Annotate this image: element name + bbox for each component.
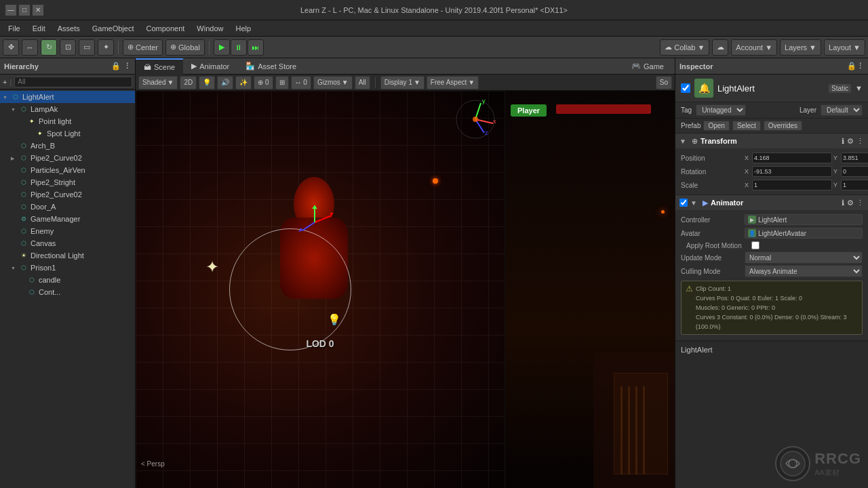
h-label-lightalert: LightAlert	[22, 93, 54, 101]
animator-settings-icon[interactable]: ⚙	[847, 199, 854, 207]
prefab-select-btn[interactable]: Select	[732, 121, 761, 131]
static-arrow[interactable]: ▼	[855, 84, 863, 92]
space-dropdown[interactable]: ⊕ Global	[165, 39, 205, 56]
2d-btn[interactable]: 2D	[180, 76, 197, 89]
menu-help[interactable]: Help	[230, 23, 256, 34]
object-name[interactable]: LightAlert	[717, 83, 825, 94]
scene-view[interactable]: ✦ 💡 LOD 0 < Persp	[136, 91, 505, 488]
h-item-particles[interactable]: ⬡ Particles_AirVen	[0, 164, 135, 176]
h-item-pipe2curve02a[interactable]: ⬡ Pipe2_Curve02	[0, 152, 135, 164]
transform-settings-icon[interactable]: ⚙	[847, 137, 854, 146]
layers-dropdown[interactable]: Layers ▼	[780, 39, 821, 56]
aspect-dropdown[interactable]: Free Aspect ▼	[427, 76, 479, 89]
rect-tool[interactable]: ▭	[79, 39, 95, 56]
hierarchy-menu-icon[interactable]: ⋮	[123, 62, 131, 70]
animator-active-toggle[interactable]	[679, 199, 688, 207]
snap-btn[interactable]: ⊕ 0	[254, 76, 273, 89]
layout-dropdown[interactable]: Layout ▼	[824, 39, 865, 56]
rot-y-input[interactable]	[841, 166, 868, 177]
move-tool[interactable]: ↔	[22, 39, 38, 56]
inspector-prefab-row: Prefab Open Select Overrides	[675, 119, 868, 134]
menu-gameobject[interactable]: GameObject	[87, 23, 140, 34]
tab-game[interactable]: 🎮 Game	[623, 58, 672, 75]
update-mode-dropdown[interactable]: Normal	[745, 251, 863, 264]
culling-dropdown[interactable]: Always Animate	[745, 265, 863, 277]
rotate-tool[interactable]: ↻	[41, 39, 57, 56]
close-btn[interactable]: ✕	[33, 5, 43, 16]
hierarchy-add-btn[interactable]: +	[3, 78, 7, 86]
object-active-toggle[interactable]	[681, 83, 690, 93]
animator-header[interactable]: ▼ ▶ Animator ℹ ⚙ ⋮	[675, 195, 868, 210]
h-item-lightalert[interactable]: ⬡ LightAlert	[0, 91, 135, 103]
pos-y-input[interactable]	[841, 152, 868, 163]
cloud-btn[interactable]: ☁	[712, 39, 728, 56]
collab-dropdown[interactable]: ☁ Collab ▼	[660, 39, 709, 56]
tab-animator[interactable]: ▶ Animator	[183, 58, 237, 75]
h-item-pipe2curve02b[interactable]: ⬡ Pipe2_Curve02	[0, 188, 135, 201]
audio-btn[interactable]: 🔊	[217, 76, 233, 89]
rotation-fields: X Y Z	[745, 166, 868, 177]
scale-y-input[interactable]	[841, 180, 868, 190]
h-item-candle[interactable]: ⬡ candle	[0, 274, 135, 286]
menu-component[interactable]: Component	[140, 23, 190, 34]
shade-dropdown[interactable]: Shaded ▼	[138, 76, 178, 89]
menu-file[interactable]: File	[3, 23, 26, 34]
h-item-cont[interactable]: ⬡ Cont...	[0, 286, 135, 298]
controller-ref[interactable]: ▶ LightAlert	[745, 214, 863, 225]
h-item-spotlight[interactable]: ✦ Spot Light	[0, 127, 135, 140]
tab-scene[interactable]: 🏔 Scene	[136, 58, 183, 75]
hierarchy-search[interactable]	[14, 77, 132, 87]
apply-root-checkbox[interactable]	[751, 241, 760, 249]
prefab-open-btn[interactable]: Open	[703, 121, 729, 131]
hierarchy-tab[interactable]: Hierarchy	[4, 62, 39, 70]
transform-icon: ⊕	[692, 137, 698, 146]
avatar-ref[interactable]: 👤 LightAlertAvatar	[745, 228, 863, 239]
prefab-overrides-btn[interactable]: Overrides	[764, 121, 802, 131]
transform-menu-icon[interactable]: ⋮	[856, 137, 864, 146]
h-item-lampak[interactable]: ⬡ LampAk	[0, 103, 135, 115]
layer-dropdown[interactable]: Default	[821, 104, 863, 116]
h-item-pointlight[interactable]: ✦ Point light	[0, 115, 135, 127]
h-item-prison1[interactable]: ⬡ Prison1	[0, 262, 135, 274]
scene-options-btn[interactable]: So	[656, 76, 672, 89]
h-item-door-a[interactable]: ⬡ Door_A	[0, 201, 135, 213]
display-dropdown[interactable]: Display 1 ▼	[380, 76, 425, 89]
avatar-value: LightAlertAvatar	[758, 230, 806, 237]
tab-assetstore[interactable]: 🏪 Asset Store	[237, 58, 304, 75]
animator-body: Controller ▶ LightAlert Avatar 👤 LightAl…	[675, 210, 868, 340]
inspector-menu-icon[interactable]: ⋮	[856, 62, 864, 70]
step-btn[interactable]: ⏭	[248, 39, 264, 56]
fx-btn[interactable]: ✨	[235, 76, 252, 89]
menu-assets[interactable]: Assets	[52, 23, 85, 34]
h-item-gamemanager[interactable]: ⚙ GameManager	[0, 213, 135, 225]
pos-x-input[interactable]	[752, 152, 832, 163]
h-item-enemy[interactable]: ⬡ Enemy	[0, 225, 135, 237]
rot-x-input[interactable]	[752, 166, 832, 177]
minimize-btn[interactable]: —	[5, 5, 16, 16]
h-item-directional[interactable]: ☀ Directional Light	[0, 249, 135, 262]
animator-title: Animator	[711, 199, 743, 207]
transform-tool[interactable]: ✦	[98, 39, 114, 56]
grid-btn[interactable]: ⊞	[275, 76, 289, 89]
all-btn[interactable]: All	[355, 76, 370, 89]
pivot-dropdown[interactable]: ⊕ Center	[123, 39, 163, 56]
hand-tool[interactable]: ✥	[3, 39, 19, 56]
scale-x-input[interactable]	[752, 180, 832, 190]
h-item-pipe2stright[interactable]: ⬡ Pipe2_Stright	[0, 176, 135, 188]
account-dropdown[interactable]: Account ▼	[731, 39, 777, 56]
tag-dropdown[interactable]: Untagged	[696, 104, 746, 116]
gizmos-btn[interactable]: Gizmos ▼	[313, 76, 353, 89]
h-item-canvas[interactable]: ⬡ Canvas	[0, 237, 135, 249]
lighting-btn[interactable]: 💡	[199, 76, 215, 89]
menu-edit[interactable]: Edit	[27, 23, 51, 34]
transform-header[interactable]: ▼ ⊕ Transform ℹ ⚙ ⋮	[675, 134, 868, 148]
axis-btn[interactable]: ↔ 0	[291, 76, 311, 89]
play-btn[interactable]: ▶	[214, 39, 230, 56]
maximize-btn[interactable]: □	[19, 5, 30, 16]
scale-tool[interactable]: ⊡	[60, 39, 76, 56]
menu-window[interactable]: Window	[191, 23, 229, 34]
animator-menu-icon[interactable]: ⋮	[856, 199, 864, 207]
h-item-arch-b[interactable]: ⬡ Arch_B	[0, 140, 135, 152]
pause-btn[interactable]: ⏸	[231, 39, 247, 56]
game-view: Player	[505, 91, 675, 488]
